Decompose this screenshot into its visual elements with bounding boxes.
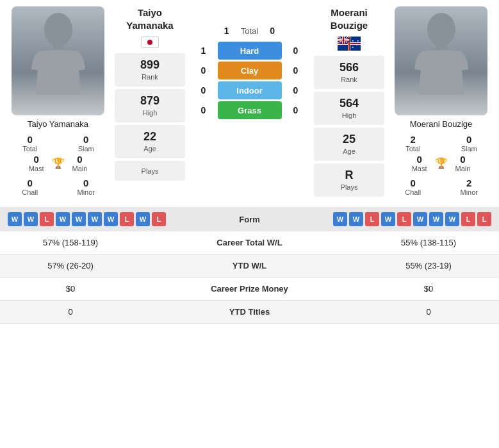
svg-point-0 (44, 13, 72, 46)
player2-chall: 0 Chall (388, 178, 438, 196)
player1-ytd-wl: 57% (26-20) (0, 254, 141, 278)
svg-rect-15 (338, 40, 349, 40)
form-badge-l: L (397, 212, 411, 226)
player1-form-badges: WWLWWWWLWL (8, 212, 166, 226)
hard-right-score: 0 (287, 46, 305, 56)
form-badge-w: W (381, 212, 395, 226)
player2-prize: $0 (358, 278, 499, 301)
player1-avatar (12, 6, 104, 115)
form-section: WWLWWWWLWL Form WWLWLWWWLL (0, 207, 499, 231)
grass-right-score: 0 (287, 105, 305, 115)
player2-stats-grid: 2 Total 0 Slam (388, 134, 494, 153)
form-badge-w: W (104, 212, 118, 226)
player2-titles: 0 (358, 301, 499, 324)
player2-age-box: 25 Age (314, 128, 384, 161)
top-section: Taiyo Yamanaka 0 Total 0 Slam 0 Mast 🏆 (0, 0, 499, 203)
form-badge-w: W (72, 212, 86, 226)
form-badge-w: W (24, 212, 38, 226)
player2-minor: 2 Minor (445, 178, 495, 196)
player1-silhouette (26, 12, 90, 111)
form-badge-l: L (152, 212, 166, 226)
hard-row: 1 Hard 0 (189, 42, 310, 60)
form-badge-w: W (8, 212, 22, 226)
hard-left-score: 1 (195, 46, 213, 56)
career-wl-label: Career Total W/L (141, 231, 358, 254)
trophy-icon-right: 🏆 (435, 157, 448, 169)
clay-right-score: 0 (287, 65, 305, 76)
svg-text:★: ★ (352, 46, 354, 49)
player2-name: Moerani Bouzige (410, 119, 473, 129)
player2-plays-box: R Plays (314, 163, 384, 197)
trophy-icon-left: 🏆 (52, 157, 65, 169)
grass-court-button[interactable]: Grass (218, 101, 282, 119)
player1-career-wl: 57% (158-119) (0, 231, 141, 254)
japan-flag (141, 37, 159, 48)
player1-middle-stats: Taiyo Yamanaka 899 Rank 879 High 22 Age … (115, 6, 185, 197)
player2-slam: 0 Slam (445, 134, 495, 153)
player2-header: Moerani Bouzige (314, 6, 384, 31)
player1-titles: 0 (0, 301, 141, 324)
player2-trophy-row: 0 Mast 🏆 0 Main (388, 154, 494, 172)
player1-flag-row (115, 37, 185, 48)
player2-ytd-wl: 55% (23-19) (358, 254, 499, 278)
player1-prize: $0 (0, 278, 141, 301)
indoor-right-score: 0 (287, 85, 305, 95)
player2-main: 0 Main (455, 154, 471, 172)
grass-row: 0 Grass 0 (189, 101, 310, 119)
player2-rank-box: 566 Rank (314, 56, 384, 89)
clay-court-button[interactable]: Clay (218, 62, 282, 79)
hard-court-button[interactable]: Hard (218, 42, 282, 60)
form-badge-l: L (365, 212, 379, 226)
australia-flag: ★ ★ ★ ★ ★ (338, 37, 361, 51)
player1-high-box: 879 High (115, 89, 185, 122)
player1-total: 0 Total (5, 134, 55, 153)
prize-label: Career Prize Money (141, 278, 358, 301)
player2-bottom-stats: 0 Chall 2 Minor (388, 178, 494, 196)
player2-form-badges: WWLWLWWWLL (333, 212, 491, 226)
form-badge-l: L (461, 212, 475, 226)
total-label: Total (241, 26, 258, 36)
player1-minor: 0 Minor (61, 178, 111, 196)
player1-bottom-stats: 0 Chall 0 Minor (5, 178, 111, 196)
ytd-wl-row: 57% (26-20) YTD W/L 55% (23-19) (0, 254, 499, 278)
indoor-left-score: 0 (195, 85, 213, 95)
svg-text:★: ★ (356, 43, 358, 46)
player2-card: Moerani Bouzige 2 Total 0 Slam 0 Mast 🏆 (388, 6, 494, 197)
form-badge-w: W (56, 212, 70, 226)
player1-card: Taiyo Yamanaka 0 Total 0 Slam 0 Mast 🏆 (5, 6, 111, 197)
player1-header: Taiyo Yamanaka (115, 6, 185, 31)
svg-text:★: ★ (352, 39, 354, 42)
form-badge-l: L (120, 212, 134, 226)
player1-rank-box: 899 Rank (115, 53, 185, 87)
player1-age-box: 22 Age (115, 125, 185, 158)
form-badge-w: W (88, 212, 102, 226)
indoor-row: 0 Indoor 0 (189, 81, 310, 99)
indoor-court-button[interactable]: Indoor (218, 81, 282, 99)
player2-high-box: 564 High (314, 92, 384, 125)
player1-trophy-row: 0 Mast 🏆 0 Main (5, 154, 111, 172)
player1-chall: 0 Chall (5, 178, 55, 196)
player2-career-wl: 55% (138-115) (358, 231, 499, 254)
total-right-score: 0 (263, 26, 281, 36)
main-container: Taiyo Yamanaka 0 Total 0 Slam 0 Mast 🏆 (0, 0, 499, 324)
form-badge-l: L (40, 212, 54, 226)
form-badge-w: W (136, 212, 150, 226)
svg-text:★: ★ (350, 43, 352, 46)
form-badge-w: W (413, 212, 427, 226)
player2-right-stats: Moerani Bouzige (314, 6, 384, 197)
clay-left-score: 0 (195, 65, 213, 76)
form-badge-w: W (429, 212, 443, 226)
player1-slam: 0 Slam (61, 134, 111, 153)
player1-plays-box: Plays (115, 161, 185, 181)
form-badge-w: W (349, 212, 363, 226)
form-badge-w: W (445, 212, 459, 226)
total-row: 1 Total 0 (218, 26, 281, 36)
svg-point-21 (427, 13, 455, 46)
clay-row: 0 Clay 0 (189, 62, 310, 79)
prize-row: $0 Career Prize Money $0 (0, 278, 499, 301)
form-badge-l: L (477, 212, 491, 226)
titles-row: 0 YTD Titles 0 (0, 301, 499, 324)
ytd-wl-label: YTD W/L (141, 254, 358, 278)
player1-main: 0 Main (72, 154, 88, 172)
stats-table: 57% (158-119) Career Total W/L 55% (138-… (0, 231, 499, 324)
